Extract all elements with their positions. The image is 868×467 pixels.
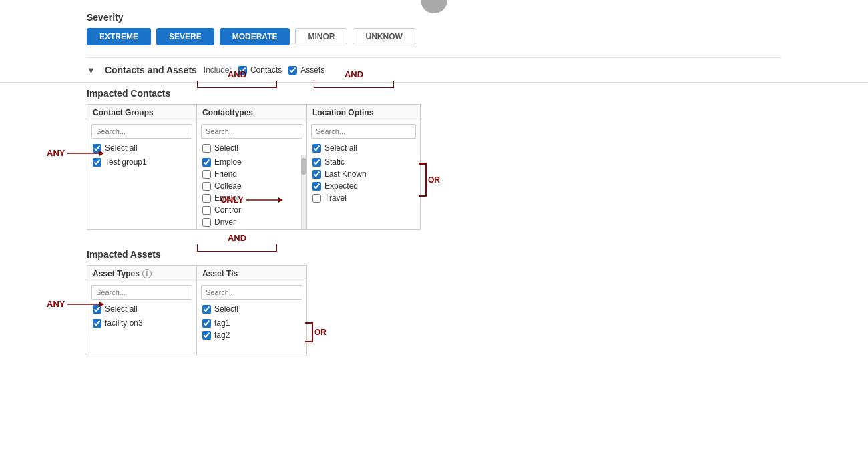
contact-groups-search[interactable] xyxy=(91,124,192,139)
location-select-all-label: Select all xyxy=(324,143,357,153)
asset-tags-header: Asset Tis xyxy=(197,266,306,282)
location-expected-cb[interactable] xyxy=(312,182,321,191)
location-search[interactable] xyxy=(311,124,416,139)
any-arrow-contacts xyxy=(67,149,104,157)
scrollbar-thumb[interactable] xyxy=(301,158,306,175)
asset-types-info-icon[interactable]: i xyxy=(142,269,152,278)
contact-types-column: Contacttypes Selectl Emploe xyxy=(197,104,307,230)
impacted-assets-label: Impacted Assets xyxy=(87,249,781,260)
contacts-assets-header: ▼ Contacts and Assets Include: Contacts … xyxy=(0,58,868,83)
location-select-all-cb[interactable] xyxy=(312,144,321,153)
or-bracket-location: OR xyxy=(419,157,440,185)
chevron-icon[interactable]: ▼ xyxy=(87,65,95,75)
location-item-expected: Expected xyxy=(312,180,415,192)
contact-groups-column: Contact Groups Select all Test group1 xyxy=(87,104,197,230)
contact-type-item-colleae: Colleae xyxy=(202,180,301,192)
severity-btn-extreme[interactable]: EXTREME xyxy=(87,28,151,45)
contact-type-contror-cb[interactable] xyxy=(202,206,211,215)
contact-groups-item: Test group1 xyxy=(93,156,191,168)
asset-tags-column: Asset Tis Selectl tag1 xyxy=(197,265,307,356)
location-item-lastknown: Last Known xyxy=(312,168,415,180)
location-travel-cb[interactable] xyxy=(312,194,321,203)
asset-tag2-cb[interactable] xyxy=(202,331,211,340)
contact-type-friend-cb[interactable] xyxy=(202,170,211,179)
scrollbar-track[interactable] xyxy=(301,155,306,229)
contact-types-search[interactable] xyxy=(201,124,302,139)
location-item-static: Static xyxy=(312,156,415,168)
asset-tags-select-all-label: Selectl xyxy=(214,304,238,314)
any-arrow-assets xyxy=(67,300,104,308)
severity-label: Severity xyxy=(87,12,781,23)
assets-checkbox[interactable] xyxy=(288,66,297,75)
severity-btn-severe[interactable]: SEVERE xyxy=(156,28,214,45)
asset-types-header: Asset Types i xyxy=(87,266,196,282)
contacts-assets-title: Contacts and Assets xyxy=(105,65,197,75)
svg-marker-5 xyxy=(99,302,104,307)
contact-groups-item-cb[interactable] xyxy=(93,158,101,167)
asset-types-column: Asset Types i Select all facility on3 xyxy=(87,265,197,356)
severity-btn-minor[interactable]: MINOR xyxy=(295,28,347,45)
svg-marker-3 xyxy=(278,197,283,203)
contact-type-item-driver: Driver xyxy=(202,216,301,228)
severity-buttons: EXTREME SEVERE MODERATE MINOR UNKNOW xyxy=(87,28,781,45)
asset-tag1-cb[interactable] xyxy=(202,319,211,328)
contact-type-item-emploe: Emploe xyxy=(202,156,301,168)
only-arrow xyxy=(246,196,283,204)
asset-type-item-facility: facility on3 xyxy=(93,317,191,329)
contact-groups-item-label: Test group1 xyxy=(105,157,147,167)
or-bracket-assets: OR xyxy=(305,318,327,337)
or-label-location: OR xyxy=(428,175,440,185)
asset-tags-search[interactable] xyxy=(201,285,302,300)
contact-groups-header: Contact Groups xyxy=(87,105,196,121)
only-annotation: ONLY xyxy=(220,195,283,205)
severity-btn-unknow[interactable]: UNKNOW xyxy=(353,28,415,45)
contact-type-emplor-cb[interactable] xyxy=(202,194,211,203)
contact-types-select-all-label: Selectl xyxy=(214,143,238,153)
impacted-contacts-label: Impacted Contacts xyxy=(87,88,781,99)
and-annotation-1: AND xyxy=(197,69,277,88)
contact-type-item-friend: Friend xyxy=(202,168,301,180)
svg-marker-1 xyxy=(99,151,104,156)
and-annotation-assets: AND xyxy=(197,233,277,252)
contact-types-header: Contacttypes xyxy=(197,105,306,121)
any-annotation-assets: ANY xyxy=(47,299,104,309)
location-lastknown-cb[interactable] xyxy=(312,170,321,179)
or-label-assets: OR xyxy=(314,328,327,337)
location-column: Location Optins Select all Static xyxy=(307,104,421,230)
any-annotation-contacts: ANY xyxy=(47,148,104,158)
location-static-cb[interactable] xyxy=(312,158,321,167)
contact-types-select-all-cb[interactable] xyxy=(202,144,211,153)
severity-btn-moderate[interactable]: MODERATE xyxy=(220,28,290,45)
asset-types-search[interactable] xyxy=(91,285,192,300)
asset-types-select-all-label: Select all xyxy=(105,304,138,314)
contact-type-emploe-cb[interactable] xyxy=(202,158,211,167)
location-header: Location Optins xyxy=(307,105,420,121)
asset-tag-item-tag1: tag1 xyxy=(202,317,301,329)
contact-type-item-contror: Contror xyxy=(202,204,301,216)
and-annotation-2: AND xyxy=(314,69,394,88)
contact-type-colleae-cb[interactable] xyxy=(202,182,211,191)
asset-tags-select-all-cb[interactable] xyxy=(202,305,211,314)
location-item-travel: Travel xyxy=(312,192,415,204)
asset-type-facility-cb[interactable] xyxy=(93,319,101,328)
contact-groups-select-all-label: Select all xyxy=(105,143,138,153)
contact-type-driver-cb[interactable] xyxy=(202,218,211,227)
asset-tag-item-tag2: tag2 xyxy=(202,329,301,341)
